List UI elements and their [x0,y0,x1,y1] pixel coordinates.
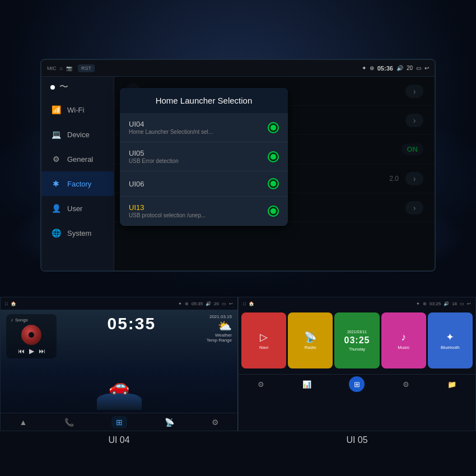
ui04-bt-icon: ✦ [178,301,182,306]
ui04-home-icon: □ [5,301,8,306]
radio-icon: 📡 [304,331,316,343]
main-screen: MIC ⌂ 📷 RST ✦ ⊛ 05:36 🔊 20 ▭ ↩ 〜 📶 Wi-Fi… [40,59,436,272]
ui04-content: ♪ Songs ⏮ ▶ ⏭ 05:35 [1,310,237,431]
ui04-house-icon: 🏠 [11,301,16,306]
ui04-weather-label: Weather [207,333,232,338]
ui05-nav-folder[interactable]: 📁 [447,380,456,389]
ui04-clock-area: 05:35 [107,314,156,333]
user-icon: 👤 [50,203,62,214]
navi-label: Navi [259,345,268,350]
ui04-car-visual: 🚗 [1,358,237,413]
app-clock[interactable]: 2021/03/11 03:25 Thursday [334,312,379,368]
ui05-panel: □ 🏠 ✦ ⊛ 03:25 🔊 18 ▭ ↩ ▷ [238,297,476,431]
ui04-nav-home[interactable]: ⊞ [111,416,127,428]
clock-date: 2021/03/11 [347,330,367,334]
dialog-overlay: Home Launcher Selection UI04 Home Launch… [114,77,435,270]
rst-button[interactable]: RST [78,64,95,72]
ui06-label: UI06 [129,180,144,188]
sidebar-item-device[interactable]: 💻 Device [41,122,114,147]
bluetooth-icon: ✦ [446,331,454,343]
music-widget[interactable]: ♪ Songs ⏮ ▶ ⏭ [6,314,57,358]
bluetooth-status-icon: ✦ [362,65,366,71]
ui04-time: 05:35 [192,301,203,306]
ui05-radio[interactable] [268,151,279,162]
ui13-label: UI13 [129,203,206,212]
app-bluetooth[interactable]: ✦ Bluetooth [428,312,473,368]
sidebar-item-wifi[interactable]: 📶 Wi-Fi [41,97,114,122]
ui04-wifi-icon: ⊛ [185,301,189,306]
bottom-panels: □ 🏠 ✦ ⊛ 05:35 🔊 20 ▭ ↩ [0,297,476,431]
music-note-icon: ♪ [11,318,13,323]
status-left: MIC ⌂ 📷 RST [47,64,95,72]
app-navi[interactable]: ▷ Navi [241,312,286,368]
ui04-panel-label: UI 04 [0,431,238,449]
general-icon: ⚙ [50,153,62,165]
ui05-nav-gear[interactable]: ⚙ [403,380,409,389]
sidebar-system-label: System [67,229,91,237]
volume-level: 20 [407,65,413,71]
sidebar-factory-label: Factory [67,180,91,188]
ui04-temp-label: Temp Range [207,338,232,343]
ui05-nav-home[interactable]: ⊞ [349,376,365,392]
sidebar-item-general[interactable]: ⚙ General [41,147,114,171]
music-title: ♪ Songs [11,318,52,323]
power-dot [50,85,55,90]
app-music[interactable]: ♪ Music [381,312,426,368]
ui05-house-icon: 🏠 [249,301,254,306]
ui04-nav-map[interactable]: ▲ [19,418,27,427]
ui05-nav-stats[interactable]: 📊 [302,380,311,389]
sidebar-wifi-label: Wi-Fi [67,106,84,114]
ui05-back[interactable]: ↩ [467,301,471,306]
volume-icon: 🔊 [396,65,403,71]
ui05-vol-icon: 🔊 [444,301,449,306]
ui04-weather-icon: ⛅ [207,319,232,333]
sidebar-item-system[interactable]: 🌐 System [41,221,114,245]
next-icon[interactable]: ⏭ [39,347,45,355]
wifi-icon: 📶 [50,104,62,115]
bluetooth-label: Bluetooth [441,345,460,350]
device-icon: 💻 [50,129,62,140]
camera-icon: 📷 [66,66,72,71]
dialog-option-ui13[interactable]: UI13 USB protocol selection /unep... [120,197,288,226]
ui05-content: ▷ Navi 📡 Radio 2021/03/11 03:25 Thursday… [239,310,475,431]
ui05-status-right: ✦ ⊛ 03:25 🔊 18 ▭ ↩ [416,301,471,306]
ui04-nav-signal[interactable]: 📡 [165,418,174,427]
sidebar-user-label: User [67,204,82,213]
wifi-status-icon: ⊛ [370,65,374,71]
sidebar-item-user[interactable]: 👤 User [41,196,114,221]
ui04-back[interactable]: ↩ [229,301,233,306]
system-icon: 🌐 [50,227,62,239]
ui04-status-bar: □ 🏠 ✦ ⊛ 05:35 🔊 20 ▭ ↩ [1,297,237,310]
ui04-label: UI04 [129,120,213,128]
ui05-square-icon: □ [243,301,246,306]
dialog-option-ui05[interactable]: UI05 USB Error detection [120,142,288,171]
ui04-panel: □ 🏠 ✦ ⊛ 05:35 🔊 20 ▭ ↩ [0,297,238,431]
clock-day: Thursday [349,347,365,351]
ui04-radio[interactable] [268,122,279,133]
dialog-option-ui06[interactable]: UI06 [120,171,288,197]
dialog-option-ui04[interactable]: UI04 Home Launcher Selection/nt sel... [120,113,288,142]
ui05-nav-settings[interactable]: ⚙ [258,380,264,389]
back-icon[interactable]: ↩ [424,65,429,71]
sidebar-item-factory[interactable]: ✱ Factory [41,171,114,196]
app-radio[interactable]: 📡 Radio [288,312,333,368]
ui06-radio[interactable] [268,178,279,189]
factory-icon: ✱ [50,178,62,189]
ui04-nav-settings[interactable]: ⚙ [212,418,219,427]
status-right: ✦ ⊛ 05:36 🔊 20 ▭ ↩ [362,65,429,72]
ui04-nav-phone[interactable]: 📞 [64,418,74,427]
music-songs-label: Songs [15,318,28,323]
radio-label: Radio [305,345,316,350]
home-launcher-dialog: Home Launcher Selection UI04 Home Launch… [120,88,288,226]
car-shape: 🚗 [109,376,129,395]
play-icon[interactable]: ▶ [29,347,34,355]
wifi-signal-icon: 〜 [59,81,68,93]
sidebar: 〜 📶 Wi-Fi 💻 Device ⚙ General ✱ Factory 👤… [41,77,114,270]
ui04-battery: ▭ [222,301,226,306]
prev-icon[interactable]: ⏮ [18,347,25,355]
music-controls: ⏮ ▶ ⏭ [11,347,52,355]
sidebar-device-label: Device [67,130,90,139]
ui13-radio[interactable] [268,206,279,217]
ui05-bt-icon: ✦ [416,301,420,306]
home-icon: ⌂ [60,66,63,71]
